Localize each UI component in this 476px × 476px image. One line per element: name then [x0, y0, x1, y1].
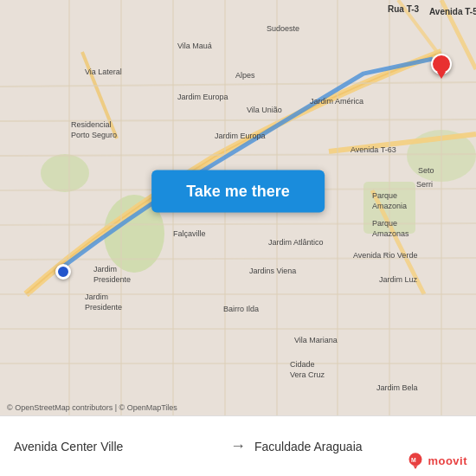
route-from: Avenida Center Ville [14, 440, 222, 453]
svg-text:M: M [411, 457, 416, 463]
moovit-brand-name: moovit [428, 454, 467, 467]
svg-point-2 [41, 154, 89, 192]
moovit-logo-icon: M [407, 452, 424, 469]
map-attribution: © OpenStreetMap contributors | © OpenMap… [7, 403, 177, 412]
map-container: Vila Mauá Sudoeste Alpes Via Lateral Jar… [0, 0, 476, 415]
take-me-there-button[interactable]: Take me there [151, 170, 325, 212]
origin-marker [55, 264, 71, 280]
route-arrow-icon: → [230, 437, 246, 455]
destination-marker [431, 54, 452, 80]
moovit-logo: M moovit [407, 452, 467, 469]
bottom-bar: Avenida Center Ville → Faculdade Araguai… [0, 415, 476, 476]
